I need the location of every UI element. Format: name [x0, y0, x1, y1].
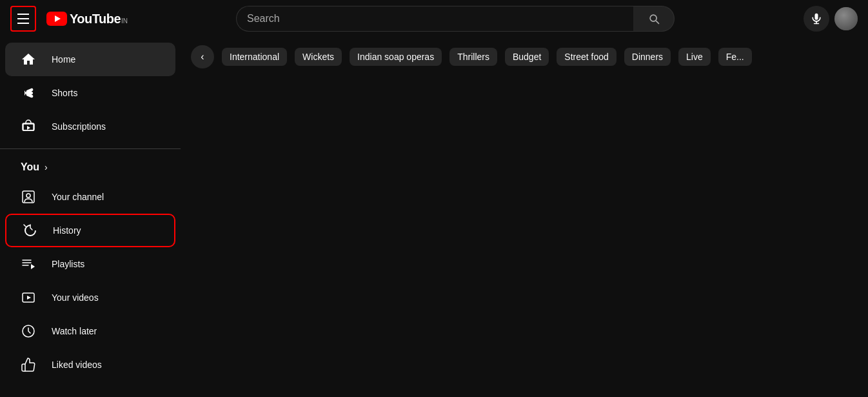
sidebar: Home Shorts Subscriptions You ›: [0, 37, 181, 397]
filter-chip-7[interactable]: Live: [678, 48, 711, 66]
youtube-logo-icon: [46, 12, 67, 26]
you-section[interactable]: You ›: [5, 154, 175, 180]
filter-arrow-left[interactable]: ‹: [191, 45, 214, 68]
sidebar-your-channel-label: Your channel: [52, 192, 104, 202]
sidebar-playlists-label: Playlists: [52, 259, 84, 269]
filter-chip-0[interactable]: International: [222, 48, 287, 66]
sidebar-item-shorts[interactable]: Shorts: [5, 76, 175, 110]
filter-chips: InternationalWicketsIndian soap operasTh…: [222, 48, 858, 66]
sidebar-liked-videos-label: Liked videos: [52, 360, 102, 370]
watch-later-icon: [21, 323, 36, 339]
avatar[interactable]: [834, 7, 858, 30]
filter-chip-2[interactable]: Indian soap operas: [350, 48, 442, 66]
sidebar-divider-1: [0, 148, 181, 149]
history-icon: [22, 223, 37, 238]
svg-marker-12: [31, 264, 35, 269]
youtube-logo[interactable]: YouTubeIN: [46, 12, 128, 26]
liked-icon: [21, 357, 36, 372]
mic-button[interactable]: [804, 6, 829, 32]
filter-bar: ‹ InternationalWicketsIndian soap operas…: [181, 37, 868, 76]
filter-chip-6[interactable]: Dinners: [624, 48, 671, 66]
sidebar-history-label: History: [53, 225, 81, 236]
you-label: You: [21, 161, 39, 173]
mic-icon: [810, 12, 823, 25]
sidebar-home-label: Home: [52, 54, 75, 65]
sidebar-shorts-label: Shorts: [52, 88, 77, 98]
sidebar-item-your-channel[interactable]: Your channel: [5, 180, 175, 214]
sidebar-item-home[interactable]: Home: [5, 43, 175, 76]
header-center: [223, 6, 687, 32]
sidebar-item-liked-videos[interactable]: Liked videos: [5, 348, 175, 382]
shorts-icon: [21, 85, 36, 101]
sidebar-your-videos-label: Your videos: [52, 292, 99, 303]
sidebar-item-history[interactable]: History: [5, 214, 175, 247]
filter-chip-3[interactable]: Thrillers: [449, 48, 497, 66]
filter-chip-5[interactable]: Street food: [557, 48, 616, 66]
search-input[interactable]: [236, 6, 633, 32]
header-right: [804, 6, 858, 32]
filter-chip-1[interactable]: Wickets: [295, 48, 342, 66]
sidebar-item-watch-later[interactable]: Watch later: [5, 314, 175, 348]
search-bar: [236, 6, 675, 32]
sidebar-item-subscriptions[interactable]: Subscriptions: [5, 110, 175, 143]
subscriptions-icon: [21, 119, 36, 134]
avatar-image: [834, 7, 858, 30]
header-left: YouTubeIN: [10, 6, 165, 32]
svg-marker-6: [27, 126, 30, 130]
filter-chip-8[interactable]: Fe...: [718, 48, 752, 66]
sidebar-watch-later-label: Watch later: [52, 326, 97, 336]
playlists-icon: [21, 256, 36, 272]
search-button[interactable]: [633, 6, 675, 32]
main-content: ‹ InternationalWicketsIndian soap operas…: [181, 37, 868, 397]
filter-chip-4[interactable]: Budget: [505, 48, 549, 66]
menu-button[interactable]: [10, 6, 36, 32]
sidebar-item-your-videos[interactable]: Your videos: [5, 281, 175, 314]
you-chevron-icon: ›: [44, 162, 48, 172]
your-videos-icon: [21, 290, 36, 305]
logo-text: YouTube: [70, 12, 121, 26]
svg-rect-2: [815, 14, 818, 20]
sidebar-item-playlists[interactable]: Playlists: [5, 247, 175, 281]
sidebar-subscriptions-label: Subscriptions: [52, 121, 106, 132]
channel-icon: [21, 189, 36, 205]
home-icon: [21, 52, 36, 67]
search-icon: [647, 12, 660, 25]
svg-point-8: [26, 194, 30, 198]
svg-marker-14: [27, 296, 31, 300]
header: YouTubeIN: [0, 0, 868, 37]
logo-country: IN: [121, 17, 128, 25]
